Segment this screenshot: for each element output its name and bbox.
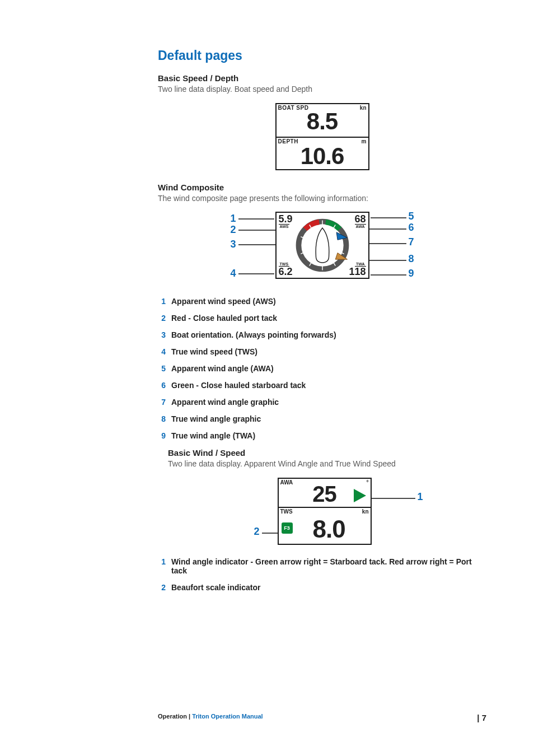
legend-row: 5Apparent wind angle (AWA) xyxy=(158,364,486,373)
wind-composite-heading: Wind Composite xyxy=(158,183,486,192)
callout-8: 8 xyxy=(408,253,414,265)
footer-chapter: Operation xyxy=(158,713,187,720)
awa-label: AWA xyxy=(280,479,293,486)
basic-wind-speed-heading: Basic Wind / Speed xyxy=(168,448,486,458)
legend-row: 2Beaufort scale indicator xyxy=(158,583,486,592)
basic-wind-speed-display: AWA ° 25 TWS kn F3 8.0 xyxy=(278,478,372,545)
awa-value: 68 xyxy=(354,214,366,224)
basic-speed-depth-desc: Two line data display. Boat speed and De… xyxy=(158,84,486,95)
legend-number: 3 xyxy=(158,330,166,339)
tws-unit: kn xyxy=(362,508,369,515)
beaufort-value: F3 xyxy=(284,525,290,531)
callout-6: 6 xyxy=(408,222,414,234)
twa-value: 118 xyxy=(349,267,366,277)
basic-wind-speed-figure: 1 2 AWA ° 25 TWS kn F3 8.0 xyxy=(222,478,423,550)
callout-4-line xyxy=(238,273,274,274)
ws-callout-2: 2 xyxy=(254,526,260,538)
callout-9-line xyxy=(371,274,406,276)
callout-7: 7 xyxy=(408,236,414,248)
legend-number: 6 xyxy=(158,381,166,390)
wind-angle-arrow-icon xyxy=(354,489,366,502)
legend-text: Apparent wind speed (AWS) xyxy=(171,297,276,306)
legend-text: Apparent wind angle (AWA) xyxy=(171,364,274,373)
legend-number: 7 xyxy=(158,398,166,407)
depth-unit: m xyxy=(362,138,367,144)
callout-2: 2 xyxy=(231,224,236,236)
ws-callout-1-line xyxy=(367,498,415,499)
basic-speed-depth-display: BOAT SPD kn 8.5 DEPTH m 10.6 xyxy=(275,103,369,170)
section-title: Default pages xyxy=(158,48,486,63)
basic-wind-speed-desc: Two line data display. Apparent Wind Ang… xyxy=(168,459,486,470)
wind-composite-legend: 1Apparent wind speed (AWS)2Red - Close h… xyxy=(158,297,486,440)
legend-text: Red - Close hauled port tack xyxy=(171,314,277,323)
callout-5-line xyxy=(371,217,406,218)
legend-row: 4True wind speed (TWS) xyxy=(158,347,486,356)
legend-text: Beaufort scale indicator xyxy=(171,583,261,592)
beaufort-badge: F3 xyxy=(282,522,293,534)
legend-row: 7Apparent wind angle graphic xyxy=(158,398,486,407)
legend-row: 2Red - Close hauled port tack xyxy=(158,314,486,323)
tws-value: 6.2 xyxy=(279,267,293,277)
ws-callout-1: 1 xyxy=(417,491,423,503)
legend-number: 4 xyxy=(158,347,166,356)
wind-composite-display: 5.9 AWS 68 AWA TWS 6.2 TWA 118 xyxy=(275,212,369,279)
awa-display-value: 25 xyxy=(312,482,336,507)
legend-text: Boat orientation. (Always pointing forwa… xyxy=(171,330,336,339)
callout-4: 4 xyxy=(231,268,236,279)
callout-1-line xyxy=(238,218,274,220)
wind-composite-desc: The wind composite page presents the fol… xyxy=(158,193,486,204)
tws-display-value: 8.0 xyxy=(313,515,345,543)
aws-value: 5.9 xyxy=(279,214,293,224)
page-number: 7 xyxy=(482,713,486,722)
legend-number: 8 xyxy=(158,414,166,423)
legend-number: 1 xyxy=(158,557,166,575)
legend-number: 9 xyxy=(158,431,166,440)
legend-row: 1Apparent wind speed (AWS) xyxy=(158,297,486,306)
basic-speed-depth-heading: Basic Speed / Depth xyxy=(158,73,486,83)
basic-wind-speed-legend: 1Wind angle indicator - Green arrow righ… xyxy=(158,557,486,592)
legend-row: 8True wind angle graphic xyxy=(158,414,486,423)
legend-number: 5 xyxy=(158,364,166,373)
legend-text: Wind angle indicator - Green arrow right… xyxy=(171,557,486,575)
tws-label-ws: TWS xyxy=(280,508,293,515)
legend-row: 9True wind angle (TWA) xyxy=(158,431,486,440)
boat-spd-unit: kn xyxy=(360,105,367,111)
page-sep: | xyxy=(477,713,481,722)
footer-sep: | xyxy=(187,713,192,720)
wind-composite-figure: 1 2 3 4 5 6 7 8 9 xyxy=(231,212,414,283)
legend-text: Green - Close hauled starboard tack xyxy=(171,381,306,390)
awa-label: AWA xyxy=(355,224,366,228)
legend-row: 3Boat orientation. (Always pointing forw… xyxy=(158,330,486,339)
page-footer: Operation | Triton Operation Manual | 7 xyxy=(0,713,534,722)
awa-unit: ° xyxy=(367,479,369,486)
footer-manual: Triton Operation Manual xyxy=(192,713,263,720)
depth-value: 10.6 xyxy=(301,144,344,168)
legend-text: True wind angle graphic xyxy=(171,414,261,423)
legend-row: 1Wind angle indicator - Green arrow righ… xyxy=(158,557,486,575)
boat-spd-value: 8.5 xyxy=(307,110,338,133)
legend-number: 1 xyxy=(158,297,166,306)
legend-row: 6Green - Close hauled starboard tack xyxy=(158,381,486,390)
legend-text: True wind speed (TWS) xyxy=(171,347,257,356)
legend-text: True wind angle (TWA) xyxy=(171,431,255,440)
callout-3: 3 xyxy=(231,239,236,250)
boat-spd-label: BOAT SPD xyxy=(278,105,309,111)
legend-number: 2 xyxy=(158,314,166,323)
callout-1: 1 xyxy=(231,213,236,225)
callout-9: 9 xyxy=(408,268,414,279)
depth-label: DEPTH xyxy=(278,138,298,144)
legend-text: Apparent wind angle graphic xyxy=(171,398,279,407)
aws-label: AWS xyxy=(279,224,290,228)
legend-number: 2 xyxy=(158,583,166,592)
callout-5: 5 xyxy=(408,211,414,222)
